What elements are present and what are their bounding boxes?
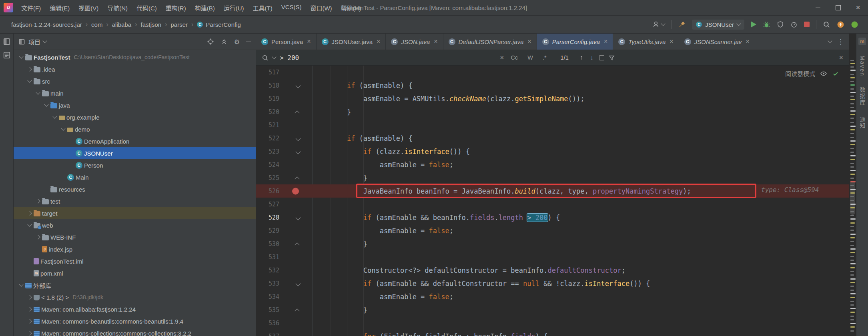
stripe-mark[interactable] xyxy=(850,274,854,276)
close-icon[interactable]: × xyxy=(848,0,868,15)
stripe-mark[interactable] xyxy=(850,282,855,283)
menu-item-重构-r[interactable]: 重构(R) xyxy=(162,2,190,14)
close-icon[interactable] xyxy=(527,38,531,45)
code-line-520[interactable]: 520 } xyxy=(256,105,849,118)
editor-tab-typeutils-java[interactable]: TypeUtils.java xyxy=(613,34,679,50)
code-line-529[interactable]: 529 asmEnable = false; xyxy=(256,224,849,237)
stripe-mark[interactable] xyxy=(850,107,854,108)
filter-icon[interactable] xyxy=(608,54,615,61)
code-line-534[interactable]: 534 asmEnable = false; xyxy=(256,290,849,303)
code-line-535[interactable]: 535 } xyxy=(256,303,849,316)
tree-row-resources[interactable]: resources xyxy=(14,183,256,195)
next-match-icon[interactable]: ↓ xyxy=(589,54,595,61)
stripe-mark[interactable] xyxy=(850,267,855,268)
fold-down-icon[interactable] xyxy=(296,215,301,220)
tree-row-web[interactable]: web xyxy=(14,219,256,231)
stripe-mark[interactable] xyxy=(850,312,855,313)
stripe-mark[interactable] xyxy=(850,301,854,302)
menu-item-代码-c[interactable]: 代码(C) xyxy=(132,2,161,14)
code-line-519[interactable]: 519 asmEnable = ASMUtils.checkName(clazz… xyxy=(256,92,849,105)
stripe-mark[interactable] xyxy=(850,170,856,171)
fold-down-icon[interactable] xyxy=(296,136,301,141)
chevron-right-icon[interactable] xyxy=(26,318,34,325)
menu-item-文件-f[interactable]: 文件(F) xyxy=(17,2,45,14)
stripe-mark[interactable] xyxy=(850,256,854,257)
maximize-icon[interactable] xyxy=(828,0,848,15)
tree-row-target[interactable]: target xyxy=(14,207,256,219)
status-orb-icon[interactable] xyxy=(851,21,858,28)
stripe-mark[interactable] xyxy=(850,129,855,130)
stripe-mark[interactable] xyxy=(850,114,855,115)
stripe-mark[interactable] xyxy=(850,286,854,287)
stripe-mark[interactable] xyxy=(850,316,854,317)
run-button[interactable] xyxy=(751,21,756,28)
tree-row-test[interactable]: test xyxy=(14,195,256,207)
tree-row-org-example[interactable]: org.example xyxy=(14,111,256,123)
editor-tab-person-java[interactable]: Person.java xyxy=(256,34,317,50)
stripe-mark[interactable] xyxy=(850,204,856,205)
stripe-mark[interactable] xyxy=(850,77,855,78)
breadcrumb-item-parser[interactable]: parser xyxy=(171,21,188,28)
settings-gear-icon[interactable]: ⚙ xyxy=(234,38,240,46)
update-available-icon[interactable] xyxy=(837,21,844,28)
chevron-right-icon[interactable] xyxy=(26,210,34,217)
stripe-mark[interactable] xyxy=(850,211,854,212)
breadcrumb-item-alibaba[interactable]: alibaba xyxy=(112,21,131,28)
chevron-down-icon[interactable] xyxy=(18,282,25,289)
stripe-mark[interactable] xyxy=(850,81,854,82)
code-line-523[interactable]: 523 if (clazz.isInterface()) { xyxy=(256,145,849,158)
chevron-right-icon[interactable] xyxy=(34,234,42,241)
close-icon[interactable] xyxy=(434,38,437,45)
stripe-mark[interactable] xyxy=(850,293,856,294)
fold-down-icon[interactable] xyxy=(296,281,301,286)
stripe-mark[interactable] xyxy=(850,159,855,160)
code-line-522[interactable]: 522 if (asmEnable) { xyxy=(256,132,849,145)
stripe-mark[interactable] xyxy=(850,263,856,264)
tree-row-src[interactable]: src xyxy=(14,75,256,87)
stripe-mark[interactable] xyxy=(850,70,856,71)
stripe-mark[interactable] xyxy=(850,178,854,179)
tree-row-fastjsontest-iml[interactable]: FastjsonTest.iml xyxy=(14,255,256,267)
stripe-mark[interactable] xyxy=(850,297,855,298)
minimize-icon[interactable] xyxy=(808,0,828,15)
code-line-537[interactable]: 537 for (FieldInfo fieldInfo : beanInfo.… xyxy=(256,330,849,336)
breadcrumb-item-fastjson[interactable]: fastjson xyxy=(140,21,161,28)
clear-search-icon[interactable]: × xyxy=(500,54,504,62)
fold-up-icon[interactable] xyxy=(295,308,300,314)
breadcrumb-item-parserconfig[interactable]: ParserConfig xyxy=(197,21,241,28)
code-editor[interactable]: 517518 if (asmEnable) {519 asmEnable = A… xyxy=(256,66,849,336)
code-line-518[interactable]: 518 if (asmEnable) { xyxy=(256,79,849,92)
fold-up-icon[interactable] xyxy=(295,242,300,248)
stripe-mark[interactable] xyxy=(850,155,856,156)
stripe-mark[interactable] xyxy=(850,133,854,134)
stripe-mark[interactable] xyxy=(850,66,854,68)
code-line-524[interactable]: 524 asmEnable = false; xyxy=(256,158,849,171)
editor-tab-json-java[interactable]: JSON.java xyxy=(386,34,443,50)
stripe-mark[interactable] xyxy=(850,207,855,208)
stripe-mark[interactable] xyxy=(850,245,854,246)
stripe-mark[interactable] xyxy=(850,185,854,186)
chevron-down-icon[interactable] xyxy=(60,126,67,133)
match-case-toggle[interactable]: Cc xyxy=(508,54,521,62)
code-line-526[interactable]: 526 JavaBeanInfo beanInfo = JavaBeanInfo… xyxy=(256,184,849,198)
stripe-mark[interactable] xyxy=(850,196,854,197)
stripe-mark[interactable] xyxy=(850,222,855,224)
stripe-mark[interactable] xyxy=(850,103,854,104)
tree-row-jsonuser[interactable]: JSONUser xyxy=(14,147,256,159)
locate-file-icon[interactable] xyxy=(207,38,214,45)
tree-row-1-8-2[interactable]: < 1.8 (2) >D:\38.jdk\jdk xyxy=(14,291,256,303)
stripe-mark[interactable] xyxy=(850,166,854,168)
menu-item-编辑-e[interactable]: 编辑(E) xyxy=(46,2,74,14)
close-search-icon[interactable]: × xyxy=(839,54,843,62)
tool-button-数据库[interactable]: 数据库 xyxy=(858,87,866,106)
stripe-mark[interactable] xyxy=(850,308,856,309)
tree-row-demoapplication[interactable]: DemoApplication xyxy=(14,135,256,147)
inspections-ok-check-icon[interactable] xyxy=(832,70,839,77)
stripe-mark[interactable] xyxy=(850,181,856,182)
code-line-530[interactable]: 530 } xyxy=(256,237,849,250)
tree-row-web-inf[interactable]: WEB-INF xyxy=(14,231,256,243)
reader-mode-chip[interactable]: 阅读器模式 xyxy=(785,69,839,78)
stop-button[interactable] xyxy=(804,22,810,27)
tree-row-maven-commons-collections-commons-collections-3-2-2[interactable]: Maven: commons-collections:commons-colle… xyxy=(14,327,256,336)
chevron-down-icon[interactable] xyxy=(43,102,50,109)
